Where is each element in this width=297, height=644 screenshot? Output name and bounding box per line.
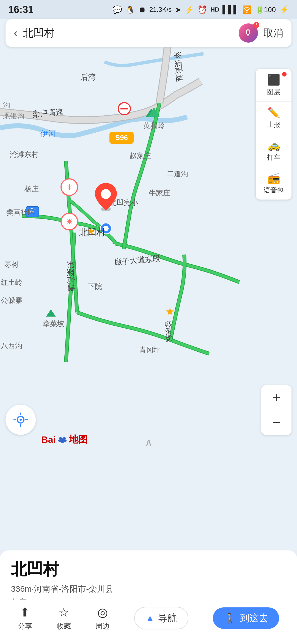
goto-button[interactable]: 🚶 到这去 — [213, 607, 279, 629]
place-detail: 336m·河南省-洛阳市-栾川县 — [11, 583, 286, 595]
voice-label: 语音包 — [264, 186, 284, 195]
status-icons: 💬 🐧 ⏺ 21.3K/s ➤ ⚡ ⏰ HD ▌▌▌ 🛜 🔋100 ⚡ — [112, 5, 289, 14]
speed-indicator: 21.3K/s — [149, 6, 172, 13]
zoom-in-button[interactable]: + — [261, 385, 292, 410]
svg-text:✳: ✳ — [66, 217, 73, 226]
drag-handle[interactable]: ∧ — [145, 436, 153, 449]
svg-text:湾滩东村: 湾滩东村 — [10, 150, 38, 159]
svg-text:伊河: 伊河 — [40, 129, 56, 138]
layers-label: 图层 — [267, 88, 280, 96]
charging-icon: ⚡ — [279, 5, 289, 14]
taxi-label: 打车 — [267, 153, 280, 162]
status-bar: 16:31 💬 🐧 ⏺ 21.3K/s ➤ ⚡ ⏰ HD ▌▌▌ 🛜 🔋100 … — [0, 0, 297, 19]
svg-rect-0 — [0, 23, 297, 546]
qq-icon: 🐧 — [125, 5, 135, 14]
taxi-icon: 🚕 — [267, 139, 280, 151]
svg-text:★: ★ — [165, 306, 175, 317]
alarm-icon: ⏰ — [197, 5, 207, 14]
svg-text:下院: 下院 — [88, 282, 102, 291]
nearby-label: 周边 — [95, 621, 110, 631]
bottom-actions: ⬆ 分享 ☆ 收藏 ◎ 周边 ▲ 导航 🚶 到这去 — [0, 600, 297, 644]
favorite-label: 收藏 — [57, 621, 71, 631]
svg-text:✳: ✳ — [66, 183, 73, 192]
svg-text:枣树: 枣树 — [4, 260, 19, 269]
svg-point-54 — [58, 440, 61, 442]
svg-point-55 — [64, 440, 67, 442]
baidu-text: Bai — [41, 434, 56, 445]
search-bar: ‹ 北凹村 🎙 取消 — [6, 19, 292, 47]
report-icon: ✏️ — [267, 107, 280, 119]
svg-text:红土岭: 红土岭 — [1, 278, 22, 286]
nearby-button[interactable]: ◎ 周边 — [95, 605, 110, 631]
notification-dot — [282, 72, 287, 77]
layers-icon: ⬛ — [267, 74, 280, 86]
report-button[interactable]: ✏️ 上报 — [256, 102, 292, 134]
svg-point-44 — [101, 189, 111, 199]
svg-text:八西沟: 八西沟 — [1, 342, 22, 350]
cancel-button[interactable]: 取消 — [263, 26, 283, 40]
favorite-button[interactable]: ☆ 收藏 — [57, 605, 71, 631]
hd-icon: HD — [210, 6, 219, 13]
navigation-icon: ➤ — [175, 5, 181, 14]
svg-text:公躲寨: 公躲寨 — [1, 296, 22, 304]
navigate-icon: ▲ — [146, 613, 155, 623]
place-name: 北凹村 — [11, 559, 286, 580]
share-button[interactable]: ⬆ 分享 — [18, 605, 32, 631]
status-time: 16:31 — [8, 4, 34, 15]
taxi-button[interactable]: 🚕 打车 — [256, 134, 292, 167]
nearby-icon: ◎ — [97, 605, 108, 619]
navigate-label: 导航 — [158, 612, 177, 624]
layers-button[interactable]: ⬛ 图层 — [256, 69, 292, 102]
svg-text:黄柏岭: 黄柏岭 — [143, 121, 165, 130]
svg-text:杨庄: 杨庄 — [24, 185, 39, 193]
back-button[interactable]: ‹ — [14, 26, 18, 40]
svg-text:北凹村: 北凹村 — [79, 227, 105, 237]
signal-icon: ▌▌▌ — [222, 5, 239, 14]
svg-point-52 — [59, 437, 62, 440]
svg-text:S96: S96 — [115, 133, 128, 142]
right-panel: ⬛ 图层 ✏️ 上报 🚕 打车 📻 语音包 — [256, 69, 292, 200]
search-query: 北凹村 — [23, 26, 239, 40]
voice-icon: 📻 — [267, 172, 280, 184]
zoom-controls: + − — [261, 385, 292, 435]
battery-icon: 🔋100 — [255, 6, 276, 14]
navigate-button[interactable]: ▲ 导航 — [134, 607, 189, 629]
mic-icon: 🎙 — [244, 28, 253, 38]
report-label: 上报 — [267, 120, 280, 129]
mic-button[interactable]: 🎙 — [239, 23, 258, 43]
svg-text:沟: 沟 — [3, 101, 10, 109]
goto-label: 到这去 — [240, 612, 268, 624]
svg-text:郑栾高速: 郑栾高速 — [66, 261, 76, 292]
location-button[interactable] — [6, 405, 36, 435]
share-label: 分享 — [18, 621, 32, 631]
svg-text:二道沟: 二道沟 — [167, 170, 188, 178]
baidu-text2: 地图 — [69, 433, 88, 446]
wechat-icon: 💬 — [112, 5, 122, 14]
baidu-logo: Bai 地图 — [41, 433, 88, 446]
voice-pack-button[interactable]: 📻 语音包 — [256, 167, 292, 200]
svg-text:后湾: 后湾 — [80, 73, 96, 81]
favorite-icon: ☆ — [58, 605, 69, 619]
share-icon: ⬆ — [20, 605, 30, 619]
svg-text:赵家庄: 赵家庄 — [130, 152, 151, 160]
svg-text:樊营社区: 樊营社区 — [6, 208, 35, 216]
map-area[interactable]: ✳ ✳ S96 🏛 ★ ★ 后湾 伊河 杨庄 湾滩东村 樊营社区 北凹村 北凹完… — [0, 19, 297, 550]
record-icon: ⏺ — [138, 5, 146, 14]
svg-point-53 — [63, 437, 66, 440]
svg-text:乘银沟: 乘银沟 — [3, 112, 24, 120]
goto-icon: 🚶 — [224, 612, 236, 624]
svg-text:拳菜坡: 拳菜坡 — [43, 320, 64, 328]
svg-point-46 — [20, 419, 22, 421]
svg-text:牛家庄: 牛家庄 — [149, 189, 170, 197]
map-pin — [94, 182, 118, 213]
svg-text:青冈坪: 青冈坪 — [139, 346, 161, 354]
zoom-out-button[interactable]: − — [261, 410, 292, 435]
bluetooth-icon: ⚡ — [185, 5, 194, 14]
wifi-icon: 🛜 — [242, 5, 252, 14]
